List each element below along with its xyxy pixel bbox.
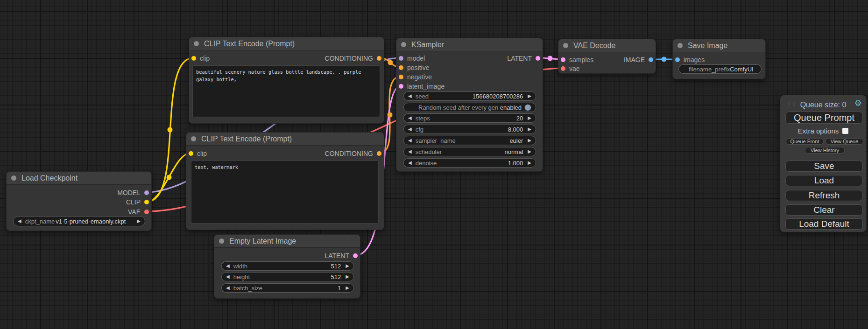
prev-arrow-icon[interactable]: ◀ <box>226 274 230 279</box>
settings-gear-icon[interactable]: ⚙ <box>854 99 862 107</box>
filename-prefix-widget[interactable]: filename_prefix ComfyUI <box>678 64 762 74</box>
conditioning-input-dot[interactable] <box>399 75 403 79</box>
prev-arrow-icon[interactable]: ◀ <box>408 127 412 132</box>
node-title-bar[interactable]: Load Checkpoint <box>7 172 151 185</box>
prev-arrow-icon[interactable]: ◀ <box>18 219 21 224</box>
collapse-dot-icon[interactable] <box>677 43 683 48</box>
prev-arrow-icon[interactable]: ◀ <box>408 94 412 98</box>
latent-input-dot[interactable] <box>399 84 403 89</box>
prev-arrow-icon[interactable]: ◀ <box>408 161 412 165</box>
collapse-dot-icon[interactable] <box>219 238 224 244</box>
latent-output-dot[interactable] <box>353 253 358 258</box>
node-title-bar[interactable]: Empty Latent Image <box>214 235 360 248</box>
node-empty-latent-image[interactable]: Empty Latent Image LATENT ◀ width 512 ▶ … <box>214 234 360 299</box>
input-slot-model[interactable]: model <box>399 54 425 63</box>
node-title-bar[interactable]: CLIP Text Encode (Prompt) <box>186 133 384 146</box>
node-vae-decode[interactable]: VAE Decode samples vae IMAGE <box>558 39 656 74</box>
steps-widget[interactable]: ◀ steps 20 ▶ <box>403 113 536 123</box>
output-slot-conditioning[interactable]: CONDITIONING <box>325 149 381 158</box>
next-arrow-icon[interactable]: ▶ <box>528 116 531 120</box>
input-slot-samples[interactable]: samples <box>561 55 593 64</box>
node-title-bar[interactable]: CLIP Text Encode (Prompt) <box>189 37 384 50</box>
clip-output-dot[interactable] <box>144 200 149 204</box>
view-history-button[interactable]: View History <box>805 147 845 154</box>
model-input-dot[interactable] <box>399 56 403 61</box>
clip-input-dot[interactable] <box>189 151 193 156</box>
prev-arrow-icon[interactable]: ◀ <box>226 264 230 268</box>
height-widget[interactable]: ◀ height 512 ▶ <box>221 272 354 281</box>
save-button[interactable]: Save <box>785 161 863 172</box>
batch-size-widget[interactable]: ◀ batch_size 1 ▶ <box>221 283 354 293</box>
collapse-dot-icon[interactable] <box>401 42 406 47</box>
collapse-dot-icon[interactable] <box>191 136 196 141</box>
next-arrow-icon[interactable]: ▶ <box>528 94 531 98</box>
output-slot-image[interactable]: IMAGE <box>624 55 653 64</box>
input-slot-clip[interactable]: clip <box>191 54 210 63</box>
queue-front-button[interactable]: Queue Front <box>786 138 824 145</box>
vae-output-dot[interactable] <box>144 210 149 214</box>
next-arrow-icon[interactable]: ▶ <box>137 219 141 224</box>
next-arrow-icon[interactable]: ▶ <box>346 286 349 290</box>
image-input-dot[interactable] <box>675 57 680 62</box>
node-clip-text-encode-positive[interactable]: CLIP Text Encode (Prompt) clip CONDITION… <box>189 37 384 124</box>
conditioning-output-dot[interactable] <box>377 151 381 156</box>
input-slot-latent-image[interactable]: latent_image <box>399 82 445 91</box>
node-title-bar[interactable]: KSampler <box>396 38 543 51</box>
input-slot-images[interactable]: images <box>675 55 705 64</box>
input-slot-vae[interactable]: vae <box>561 64 580 73</box>
node-clip-text-encode-negative[interactable]: CLIP Text Encode (Prompt) clip CONDITION… <box>186 132 384 230</box>
cfg-widget[interactable]: ◀ cfg 8.000 ▶ <box>403 125 536 134</box>
load-default-button[interactable]: Load Default <box>785 218 863 230</box>
next-arrow-icon[interactable]: ▶ <box>528 149 531 154</box>
extra-options-checkbox[interactable] <box>842 128 848 134</box>
scheduler-widget[interactable]: ◀ scheduler normal ▶ <box>403 147 536 156</box>
output-slot-model[interactable]: MODEL <box>117 188 149 197</box>
node-save-image[interactable]: Save Image images filename_prefix ComfyU… <box>672 39 766 79</box>
output-slot-clip[interactable]: CLIP <box>126 197 149 207</box>
input-slot-negative[interactable]: negative <box>399 72 432 82</box>
input-slot-clip[interactable]: clip <box>189 149 207 158</box>
prev-arrow-icon[interactable]: ◀ <box>226 286 230 290</box>
collapse-dot-icon[interactable] <box>194 41 199 46</box>
width-widget[interactable]: ◀ width 512 ▶ <box>221 261 354 271</box>
next-arrow-icon[interactable]: ▶ <box>528 127 531 132</box>
denoise-widget[interactable]: ◀ denoise 1.000 ▶ <box>403 158 536 168</box>
node-title-bar[interactable]: VAE Decode <box>558 39 656 52</box>
output-slot-vae[interactable]: VAE <box>128 207 149 217</box>
collapse-dot-icon[interactable] <box>11 175 16 181</box>
prompt-textarea[interactable]: text, watermark <box>191 161 379 224</box>
input-slot-positive[interactable]: positive <box>399 63 429 72</box>
next-arrow-icon[interactable]: ▶ <box>346 274 349 279</box>
output-slot-latent[interactable]: LATENT <box>507 54 540 63</box>
output-slot-conditioning[interactable]: CONDITIONING <box>325 54 381 63</box>
seed-widget[interactable]: ◀ seed 156680208700286 ▶ <box>403 91 536 101</box>
load-button[interactable]: Load <box>785 175 863 186</box>
prev-arrow-icon[interactable]: ◀ <box>408 138 412 143</box>
image-output-dot[interactable] <box>649 57 653 62</box>
toggle-circle-icon[interactable] <box>524 104 531 111</box>
clear-button[interactable]: Clear <box>785 204 863 216</box>
prev-arrow-icon[interactable]: ◀ <box>408 116 412 120</box>
conditioning-output-dot[interactable] <box>377 56 381 61</box>
queue-prompt-button[interactable]: Queue Prompt <box>785 112 863 124</box>
vae-input-dot[interactable] <box>561 66 565 71</box>
next-arrow-icon[interactable]: ▶ <box>528 161 531 165</box>
prev-arrow-icon[interactable]: ◀ <box>408 149 412 154</box>
collapse-dot-icon[interactable] <box>563 43 568 48</box>
ckpt-name-widget[interactable]: ◀ ckpt_name v1-5-pruned-emaonly.ckpt ▶ <box>13 216 145 226</box>
model-output-dot[interactable] <box>144 190 149 195</box>
next-arrow-icon[interactable]: ▶ <box>528 138 531 143</box>
random-seed-toggle-widget[interactable]: Random seed after every gen enabled <box>403 103 536 112</box>
conditioning-input-dot[interactable] <box>399 65 403 70</box>
refresh-button[interactable]: Refresh <box>785 190 863 201</box>
node-ksampler[interactable]: KSampler model positive negative latent_… <box>396 38 543 172</box>
sampler-name-widget[interactable]: ◀ sampler_name euler ▶ <box>403 136 536 145</box>
node-load-checkpoint[interactable]: Load Checkpoint MODEL CLIP VAE ◀ ckpt_na… <box>6 171 152 231</box>
output-slot-latent[interactable]: LATENT <box>325 251 358 260</box>
node-title-bar[interactable]: Save Image <box>673 39 765 52</box>
prompt-textarea[interactable]: beautiful scenery nature glass bottle la… <box>192 65 380 117</box>
latent-input-dot[interactable] <box>561 57 565 62</box>
latent-output-dot[interactable] <box>536 56 540 61</box>
clip-input-dot[interactable] <box>191 56 196 61</box>
next-arrow-icon[interactable]: ▶ <box>346 264 349 268</box>
